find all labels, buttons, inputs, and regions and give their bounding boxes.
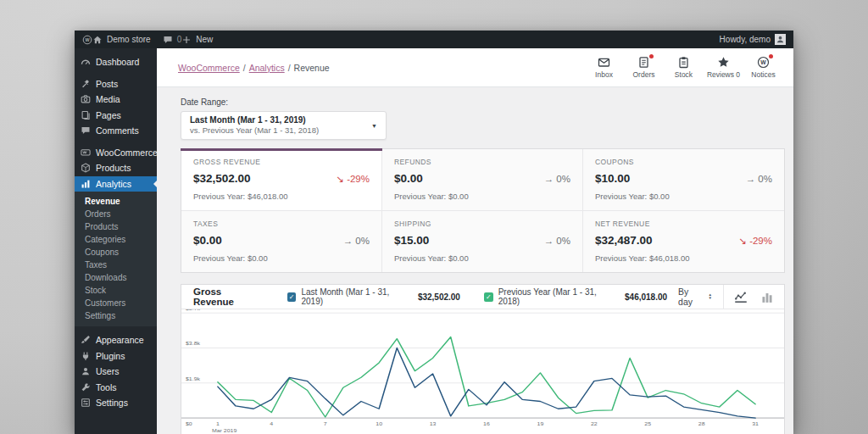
- activity-label: Reviews 0: [707, 70, 740, 79]
- tile-previous-value: Previous Year: $0.00: [394, 253, 570, 263]
- sidebar-item-posts[interactable]: Posts: [75, 76, 157, 92]
- activity-label: Inbox: [595, 70, 613, 79]
- breadcrumb-separator: /: [288, 63, 291, 73]
- sidebar-item-label: Plugins: [96, 351, 125, 361]
- sidebar-item-plugins[interactable]: Plugins: [75, 348, 157, 364]
- sidebar-item-users[interactable]: Users: [75, 364, 157, 380]
- interval-select[interactable]: By day ▲▼: [667, 285, 723, 309]
- date-range-dropdown[interactable]: Last Month (Mar 1 - 31, 2019) vs. Previo…: [181, 111, 387, 140]
- summary-tile-refunds[interactable]: REFUNDS$0.00→ 0%Previous Year: $0.00: [382, 149, 583, 211]
- sidebar-item-label: Analytics: [96, 179, 131, 189]
- line-chart-icon[interactable]: [734, 291, 748, 303]
- tile-label: COUPONS: [595, 158, 772, 166]
- submenu-item-products[interactable]: Products: [75, 220, 157, 233]
- legend-label: Previous Year (Mar 1 - 31, 2018): [498, 287, 617, 306]
- legend-total: $46,018.00: [625, 292, 667, 302]
- wordpress-admin-window: W Demo store 0 New Howdy, demo: [75, 31, 793, 434]
- submenu-item-settings[interactable]: Settings: [75, 309, 157, 322]
- plugins-icon: [81, 351, 91, 361]
- activity-reviews-button[interactable]: Reviews 0: [704, 56, 743, 79]
- plus-icon: [181, 35, 192, 45]
- activity-notices-button[interactable]: WNotices: [743, 56, 783, 79]
- comments-shortcut[interactable]: 0: [163, 35, 182, 45]
- account-menu[interactable]: Howdy, demo: [720, 34, 786, 45]
- submenu-item-stock[interactable]: Stock: [75, 284, 157, 297]
- activity-inbox-button[interactable]: Inbox: [584, 56, 624, 79]
- legend-item-0[interactable]: ✓Last Month (Mar 1 - 31, 2019)$32,502.00: [287, 287, 460, 306]
- y-tick-label: $5.7k: [186, 309, 201, 311]
- summary-tile-gross-revenue[interactable]: GROSS REVENUE$32,502.00↘ -29%Previous Ye…: [181, 149, 382, 211]
- sidebar-item-dashboard[interactable]: Dashboard: [75, 54, 157, 70]
- x-axis-month-label: Mar 2019: [212, 427, 237, 432]
- sidebar-item-comments[interactable]: Comments: [75, 123, 157, 139]
- sidebar-item-settings[interactable]: Settings: [75, 395, 157, 411]
- tile-previous-value: Previous Year: $46,018.00: [595, 253, 772, 263]
- activity-label: Orders: [633, 70, 655, 79]
- x-tick-label: 4: [270, 420, 273, 426]
- summary-tiles: GROSS REVENUE$32,502.00↘ -29%Previous Ye…: [181, 148, 785, 273]
- pages-icon: [81, 110, 91, 120]
- submenu-item-coupons[interactable]: Coupons: [75, 246, 157, 259]
- tile-value-row: $32,487.00↘ -29%: [595, 234, 772, 247]
- x-tick-label: 31: [752, 420, 759, 426]
- y-tick-label: $3.8k: [186, 341, 201, 346]
- breadcrumb-analytics[interactable]: Analytics: [249, 63, 285, 73]
- activity-panel: InboxOrdersStockReviews 0WNotices: [584, 56, 783, 79]
- sidebar-item-tools[interactable]: Tools: [75, 380, 157, 396]
- activity-orders-button[interactable]: Orders: [624, 56, 664, 79]
- interval-value: By day: [678, 287, 703, 307]
- tile-delta: → 0%: [343, 236, 370, 246]
- breadcrumb-separator: /: [243, 63, 246, 73]
- tile-label: GROSS REVENUE: [193, 158, 370, 166]
- x-tick-label: 28: [698, 420, 705, 426]
- howdy-text: Howdy, demo: [720, 35, 771, 44]
- tile-delta: ↘ -29%: [738, 235, 772, 247]
- breadcrumb-revenue: Revenue: [294, 63, 330, 73]
- tile-value: $32,502.00: [193, 172, 251, 185]
- date-range-label: Date Range:: [181, 97, 785, 107]
- sidebar-item-pages[interactable]: Pages: [75, 108, 157, 124]
- sidebar-item-appearance[interactable]: Appearance: [75, 332, 157, 348]
- submenu-item-orders[interactable]: Orders: [75, 208, 157, 220]
- breadcrumb-woocommerce[interactable]: WooCommerce: [178, 63, 240, 73]
- products-icon: [81, 163, 91, 173]
- submenu-item-customers[interactable]: Customers: [75, 297, 157, 309]
- legend-item-1[interactable]: ✓Previous Year (Mar 1 - 31, 2018)$46,018…: [484, 287, 667, 306]
- summary-tile-net-revenue[interactable]: NET REVENUE$32,487.00↘ -29%Previous Year…: [583, 211, 784, 272]
- sidebar-item-products[interactable]: Products: [75, 160, 157, 176]
- y-tick-label: $1.9k: [186, 376, 201, 381]
- summary-tile-coupons[interactable]: COUPONS$10.00→ 0%Previous Year: $0.00: [583, 149, 784, 211]
- submenu-item-downloads[interactable]: Downloads: [75, 271, 157, 284]
- summary-tile-taxes[interactable]: TAXES$0.00→ 0%Previous Year: $0.00: [181, 211, 382, 272]
- activity-stock-button[interactable]: Stock: [664, 56, 704, 79]
- settings-icon: [81, 398, 91, 408]
- site-link[interactable]: Demo store: [92, 35, 151, 45]
- submenu-item-revenue[interactable]: Revenue: [75, 195, 157, 208]
- wp-logo-menu[interactable]: W: [82, 35, 92, 45]
- tile-value-row: $32,502.00↘ -29%: [193, 172, 370, 185]
- summary-tile-shipping[interactable]: SHIPPING$15.00→ 0%Previous Year: $0.00: [382, 211, 583, 272]
- chart-type-toggle: [723, 285, 784, 309]
- activity-label: Notices: [751, 70, 775, 79]
- tile-label: REFUNDS: [394, 158, 570, 166]
- breadcrumb: WooCommerce/Analytics/Revenue: [178, 63, 330, 73]
- chart-legend: ✓Last Month (Mar 1 - 31, 2019)$32,502.00…: [287, 287, 667, 306]
- x-tick-label: 13: [430, 420, 437, 426]
- tile-previous-value: Previous Year: $0.00: [595, 192, 772, 201]
- date-range-primary: Last Month (Mar 1 - 31, 2019): [190, 114, 371, 125]
- tile-value-row: $15.00→ 0%: [394, 234, 570, 247]
- tools-icon: [81, 382, 91, 392]
- analytics-page: Date Range: Last Month (Mar 1 - 31, 2019…: [157, 87, 793, 434]
- tile-label: NET REVENUE: [595, 220, 772, 228]
- sidebar-item-analytics[interactable]: Analytics: [75, 176, 157, 192]
- avatar: [775, 34, 786, 45]
- x-tick-label: 1: [216, 420, 220, 426]
- new-content-menu[interactable]: New: [181, 35, 213, 45]
- bar-chart-icon[interactable]: [760, 291, 774, 303]
- sidebar-item-media[interactable]: Media: [75, 92, 157, 108]
- sidebar-item-woocommerce[interactable]: WooCommerce: [75, 145, 157, 161]
- submenu-item-taxes[interactable]: Taxes: [75, 259, 157, 271]
- tile-value: $15.00: [394, 234, 429, 247]
- submenu-item-categories[interactable]: Categories: [75, 233, 157, 246]
- stock-icon: [677, 56, 690, 69]
